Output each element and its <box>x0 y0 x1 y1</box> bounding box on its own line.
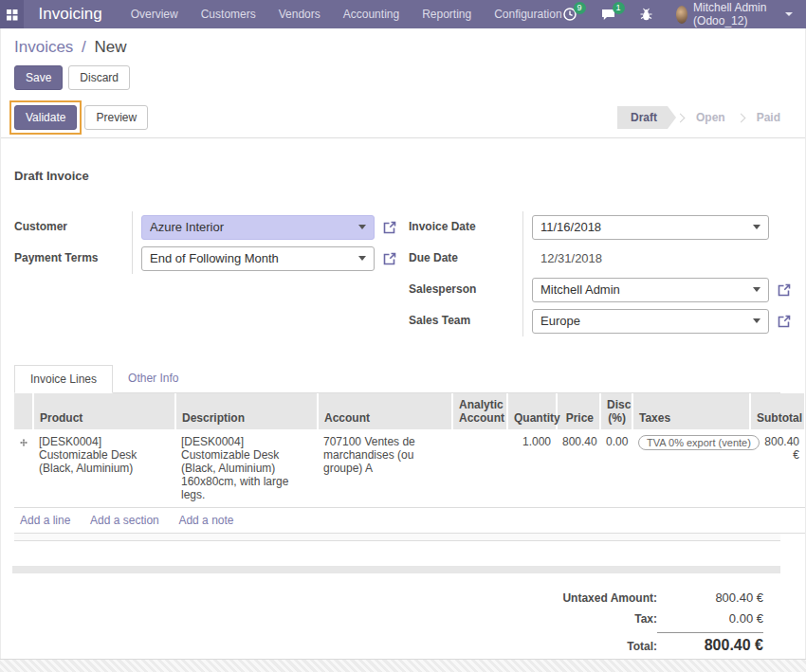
debug-button[interactable] <box>639 7 653 22</box>
apps-grid-icon <box>6 9 18 21</box>
salesperson-value: Mitchell Admin <box>540 282 753 297</box>
apps-menu-button[interactable] <box>0 0 24 28</box>
invoice-lines-table: Product Description Account Analytic Acc… <box>14 393 806 534</box>
total-label: Total: <box>627 640 657 653</box>
caret-down-icon <box>753 287 760 292</box>
messages-button[interactable]: 1 <box>600 7 616 22</box>
tab-bar: Invoice Lines Other Info <box>14 365 780 393</box>
cell-account[interactable]: 707100 Ventes de marchandises (ou groupe… <box>318 429 452 508</box>
col-analytic-account[interactable]: Analytic Account <box>452 393 507 429</box>
col-taxes[interactable]: Taxes <box>632 393 750 429</box>
main-menu: Overview Customers Vendors Accounting Re… <box>131 8 562 21</box>
payment-terms-external-link-icon[interactable] <box>382 251 397 266</box>
cell-quantity[interactable]: 1.000 <box>507 429 557 508</box>
add-a-line-link[interactable]: Add a line <box>20 514 70 527</box>
form-right-column: Invoice Date 11/16/2018 Due Date 12/31/2… <box>409 211 792 336</box>
status-step-draft[interactable]: Draft <box>617 106 676 129</box>
breadcrumb-current: New <box>95 38 127 56</box>
col-price[interactable]: Price <box>557 393 600 429</box>
status-step-open[interactable]: Open <box>685 106 737 129</box>
messages-badge: 1 <box>613 2 625 14</box>
table-footer-links: Add a line Add a section Add a note <box>14 508 806 534</box>
cell-disc[interactable]: 0.00 <box>600 429 632 508</box>
customer-cell: Azure Interior <box>132 211 397 243</box>
control-panel: Invoices / New Save Discard <box>1 28 805 90</box>
total-value: 800.40 € <box>657 632 763 654</box>
customer-label: Customer <box>14 211 132 243</box>
tax-tag[interactable]: TVA 0% export (vente) <box>638 435 760 450</box>
notebook: Invoice Lines Other Info Product Descrip… <box>14 365 780 573</box>
page-background-texture <box>0 659 806 672</box>
customer-value: Azure Interior <box>150 220 358 234</box>
page-body: Invoices / New Save Discard Validate Pre… <box>0 28 806 659</box>
cell-price[interactable]: 800.40 <box>557 429 600 508</box>
preview-button[interactable]: Preview <box>84 105 148 130</box>
menu-configuration[interactable]: Configuration <box>494 8 561 21</box>
add-a-section-link[interactable]: Add a section <box>90 514 159 527</box>
status-step-paid[interactable]: Paid <box>745 106 792 129</box>
control-panel-buttons: Save Discard <box>14 65 792 90</box>
sales-team-value: Europe <box>540 314 753 328</box>
menu-customers[interactable]: Customers <box>201 8 256 21</box>
menu-overview[interactable]: Overview <box>131 8 178 21</box>
col-description[interactable]: Description <box>175 393 318 429</box>
validate-highlight-box: Validate <box>14 105 77 130</box>
payment-terms-value: End of Following Month <box>150 251 358 265</box>
col-subtotal[interactable]: Subtotal <box>750 393 805 429</box>
breadcrumb-separator: / <box>82 38 86 56</box>
form-sheet: Draft Invoice Customer Azure Interior Pa… <box>1 169 805 659</box>
handle-column-header <box>14 393 33 429</box>
due-date-value: 12/31/2018 <box>532 251 602 265</box>
salesperson-select[interactable]: Mitchell Admin <box>532 278 769 302</box>
col-account[interactable]: Account <box>318 393 452 429</box>
sales-team-external-link-icon[interactable] <box>777 314 792 329</box>
form-left-column: Customer Azure Interior Payment Terms En… <box>14 211 397 336</box>
save-button[interactable]: Save <box>14 65 63 90</box>
salesperson-cell: Mitchell Admin <box>522 274 792 305</box>
payment-terms-select[interactable]: End of Following Month <box>141 246 375 271</box>
user-menu[interactable]: Mitchell Admin (Odoo_12) <box>676 1 793 27</box>
tab-invoice-lines[interactable]: Invoice Lines <box>14 365 113 393</box>
bug-icon <box>639 7 653 22</box>
add-a-note-link[interactable]: Add a note <box>178 514 233 527</box>
tax-label: Tax: <box>634 612 657 626</box>
invoice-date-cell: 11/16/2018 <box>522 211 792 243</box>
systray: 9 1 Mitchell Admin (Odoo_12) <box>562 1 793 27</box>
salesperson-label: Salesperson <box>409 274 522 305</box>
sales-team-select[interactable]: Europe <box>532 309 769 334</box>
invoice-date-input[interactable]: 11/16/2018 <box>532 215 769 240</box>
due-date-cell: 12/31/2018 <box>522 243 792 274</box>
drag-handle-icon[interactable] <box>20 435 27 448</box>
cell-description[interactable]: [DESK0004] Customizable Desk (Black, Alu… <box>175 429 318 508</box>
user-name: Mitchell Admin (Odoo_12) <box>693 1 779 27</box>
empty-table-row <box>14 534 780 541</box>
cell-product[interactable]: [DESK0004] Customizable Desk (Black, Alu… <box>33 429 175 508</box>
col-quantity[interactable]: Quantity <box>507 393 557 429</box>
status-steps: Draft Open Paid <box>617 106 792 129</box>
col-disc[interactable]: Disc (%) <box>600 393 632 429</box>
customer-select[interactable]: Azure Interior <box>141 215 375 240</box>
statusbar: Validate Preview Draft Open Paid <box>1 98 805 138</box>
activities-badge: 9 <box>574 2 586 14</box>
tax-value: 0.00 € <box>657 611 763 626</box>
col-product[interactable]: Product <box>33 393 175 429</box>
caret-down-icon <box>358 256 366 261</box>
salesperson-external-link-icon[interactable] <box>777 282 792 298</box>
caret-down-icon <box>358 225 366 229</box>
top-navbar: Invoicing Overview Customers Vendors Acc… <box>0 0 806 28</box>
customer-external-link-icon[interactable] <box>382 220 397 235</box>
caret-down-icon <box>753 318 760 323</box>
app-title[interactable]: Invoicing <box>39 5 102 24</box>
activities-button[interactable]: 9 <box>562 7 577 22</box>
menu-accounting[interactable]: Accounting <box>343 8 399 21</box>
cell-taxes[interactable]: TVA 0% export (vente) <box>632 429 750 508</box>
discard-button[interactable]: Discard <box>68 65 130 90</box>
statusbar-buttons: Validate Preview <box>14 105 148 130</box>
tab-other-info[interactable]: Other Info <box>113 365 193 392</box>
menu-vendors[interactable]: Vendors <box>279 8 321 21</box>
breadcrumb-invoices-link[interactable]: Invoices <box>14 38 73 56</box>
cell-analytic-account[interactable] <box>452 429 507 508</box>
untaxed-amount-value: 800.40 € <box>657 590 763 605</box>
menu-reporting[interactable]: Reporting <box>422 8 471 21</box>
validate-button[interactable]: Validate <box>14 105 77 130</box>
